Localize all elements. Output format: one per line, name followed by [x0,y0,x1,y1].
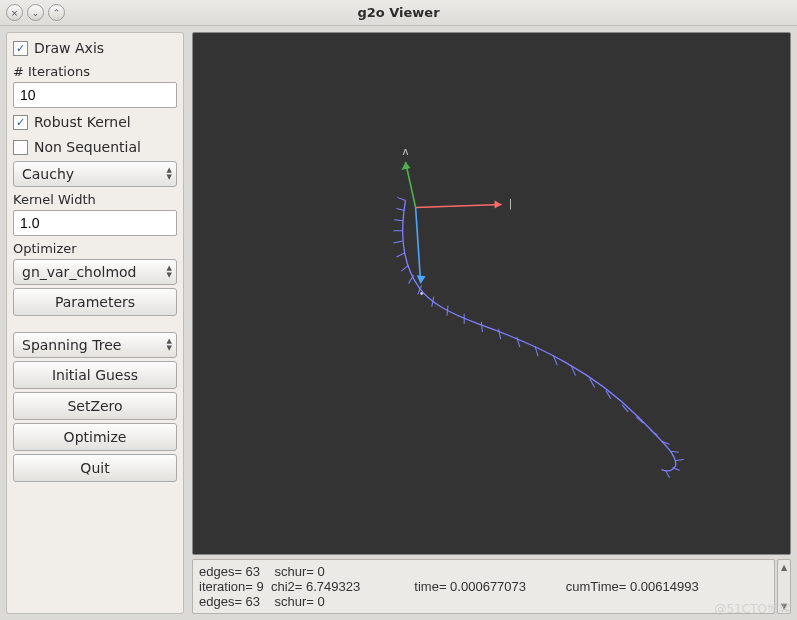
init-method-select[interactable]: Spanning Tree ▲▼ [13,332,177,358]
trajectory-ticks [393,197,683,477]
svg-line-13 [409,275,414,283]
svg-marker-1 [495,200,502,208]
chevron-updown-icon: ▲▼ [167,167,172,181]
svg-line-18 [481,322,482,332]
scroll-up-icon[interactable]: ▲ [778,560,790,574]
setzero-button[interactable]: SetZero [13,392,177,420]
maximize-icon[interactable]: ⌃ [48,4,65,21]
chevron-updown-icon: ▲▼ [167,265,172,279]
optimize-button[interactable]: Optimize [13,423,177,451]
kernel-width-field[interactable] [14,211,201,235]
svg-line-20 [517,337,520,347]
parameters-button[interactable]: Parameters [13,288,177,316]
svg-line-11 [396,253,404,257]
svg-line-16 [447,306,448,316]
optimizer-value: gn_var_cholmod [22,264,137,280]
initial-guess-button[interactable]: Initial Guess [13,361,177,389]
iterations-field[interactable] [14,83,201,107]
svg-marker-3 [401,162,410,170]
svg-line-7 [396,209,404,211]
kernel-type-select[interactable]: Cauchy ▲▼ [13,161,177,187]
svg-line-33 [666,471,670,478]
svg-line-8 [394,220,403,221]
svg-marker-5 [417,275,426,283]
svg-line-4 [416,207,421,283]
iterations-label: # Iterations [13,64,177,79]
axis-x-label: | [509,198,512,210]
svg-line-28 [650,430,657,435]
scroll-down-icon[interactable]: ▼ [778,599,790,613]
svg-line-10 [393,241,402,243]
quit-button[interactable]: Quit [13,454,177,482]
chevron-updown-icon: ▲▼ [167,338,172,352]
window-title: g2o Viewer [0,5,797,20]
init-method-value: Spanning Tree [22,337,121,353]
axis-y-label: ʌ [402,146,408,157]
titlebar: × ⌄ ⌃ g2o Viewer [0,0,797,26]
non-sequential-label: Non Sequential [34,139,141,155]
status-log: edges= 63 schur= 0 iteration= 9 chi2= 6.… [192,559,775,614]
draw-axis-checkbox[interactable]: ✓ [13,41,28,56]
optimizer-label: Optimizer [13,241,177,256]
kernel-width-input[interactable]: ▲▼ [13,210,177,236]
viewport-3d[interactable]: | ʌ • [192,32,791,555]
draw-axis-label: Draw Axis [34,40,104,56]
robust-kernel-checkbox[interactable]: ✓ [13,115,28,130]
status-scrollbar[interactable]: ▲ ▼ [777,559,791,614]
iterations-input[interactable]: ▲▼ [13,82,177,108]
svg-line-0 [416,204,502,207]
minimize-icon[interactable]: ⌄ [27,4,44,21]
svg-line-6 [397,197,405,200]
trajectory-path [403,200,676,470]
svg-line-31 [676,459,684,460]
optimizer-select[interactable]: gn_var_cholmod ▲▼ [13,259,177,285]
close-icon[interactable]: × [6,4,23,21]
non-sequential-checkbox[interactable] [13,140,28,155]
kernel-width-label: Kernel Width [13,192,177,207]
scene-svg: | ʌ • [193,33,790,554]
svg-line-12 [401,265,408,271]
sidebar: ✓ Draw Axis # Iterations ▲▼ ✓ Robust Ker… [6,32,184,614]
robust-kernel-label: Robust Kernel [34,114,131,130]
svg-line-19 [499,329,501,339]
kernel-type-value: Cauchy [22,166,74,182]
